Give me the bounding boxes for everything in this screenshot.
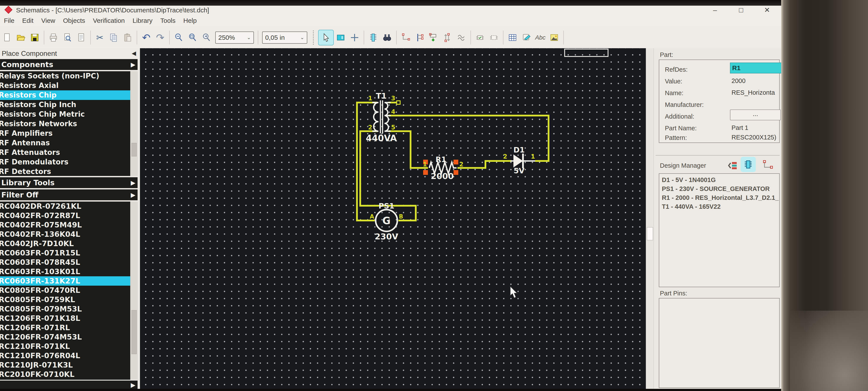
design-manager-item[interactable]: PS1 - 230V - SOURCE_GENERATOR — [662, 185, 779, 193]
collapsed-section-bar[interactable]: ▶ — [0, 381, 137, 389]
part-list-item[interactable]: RC0402JR-7D10KL — [0, 239, 130, 248]
category-list-item[interactable]: Resistors Chip Inch — [0, 100, 130, 110]
library-tools-section-bar[interactable]: Library Tools ▶ — [0, 177, 137, 188]
category-list-item[interactable]: RF Detectors — [0, 167, 130, 176]
refdes-input[interactable]: R1 — [730, 62, 781, 74]
category-list-item[interactable]: Resistors Networks — [0, 119, 130, 129]
wire-r1p2-d1p2[interactable] — [458, 161, 512, 168]
print-preview-button[interactable] — [60, 30, 74, 46]
menu-item[interactable]: Edit — [22, 14, 33, 27]
schematic-canvas[interactable]: T1 440VA 1 2 3 4 5 — [140, 48, 646, 389]
part-list-item[interactable]: RC1210FR-076R04L — [0, 351, 130, 360]
category-list-item[interactable]: Resistors Chip — [0, 90, 130, 100]
category-scrollbar[interactable] — [130, 71, 138, 176]
canvas-vertical-scrollbar-thumb[interactable] — [647, 227, 653, 240]
design-manager-item[interactable]: T1 - 440VA - 165V22 — [662, 202, 779, 211]
place-picture-button[interactable] — [547, 30, 561, 46]
component-resistor-R1[interactable]: R1 2000 1 2 — [423, 155, 463, 181]
design-manager-hide-button[interactable] — [727, 160, 739, 172]
paste-button[interactable] — [121, 30, 134, 46]
category-list-item[interactable]: RF Demodulators — [0, 157, 130, 167]
part-list-item[interactable]: RC2010FK-0710KL — [0, 370, 130, 379]
zoom-scale-select[interactable]: 250%⌄ — [215, 31, 254, 44]
value-field-value[interactable]: 2000 — [732, 77, 781, 84]
place-bus-connection-button[interactable] — [427, 30, 440, 46]
part-list-item[interactable]: RC0402FR-075M49L — [0, 220, 130, 230]
part-list-item[interactable]: RC0805FR-0759KL — [0, 295, 130, 304]
menu-item[interactable]: Verification — [93, 14, 125, 27]
filter-section-bar[interactable]: Filter Off ▶ — [0, 189, 137, 200]
view-document-button[interactable] — [74, 30, 88, 46]
component-source-PS1[interactable]: G PS1 230V A B — [370, 202, 403, 241]
place-component-button[interactable] — [334, 30, 348, 46]
collapse-panel-icon[interactable]: ◀ — [132, 50, 136, 57]
component-view-button[interactable] — [366, 30, 380, 46]
menu-item[interactable]: View — [41, 14, 55, 27]
part-scrollbar[interactable] — [130, 202, 138, 380]
grid-step-select[interactable]: 0,05 in⌄ — [262, 31, 307, 44]
design-manager-item[interactable]: R1 - 2000 - RES_Horizontal_L3.7_D2.1_ — [662, 193, 779, 202]
minimize-button[interactable]: – — [705, 6, 725, 14]
open-button[interactable] — [14, 30, 28, 46]
erc-check-button[interactable] — [473, 30, 487, 46]
place-wire-button[interactable] — [399, 30, 413, 46]
redo-button[interactable]: ↷ — [153, 30, 167, 46]
bom-table-button[interactable] — [506, 30, 520, 46]
part-list-item[interactable]: RC1206FR-071RL — [0, 323, 130, 332]
part-list-item[interactable]: RC1210JR-071K3L — [0, 360, 130, 370]
zoom-out-button[interactable] — [172, 30, 186, 46]
find-button[interactable] — [380, 30, 394, 46]
design-manager-item[interactable]: D1 - 5V - 1N4001G — [662, 175, 779, 185]
part-list-item[interactable]: RC0805FR-079M53L — [0, 304, 130, 314]
place-bus-button[interactable] — [413, 30, 427, 46]
place-text-button[interactable]: Abc — [533, 30, 547, 46]
category-list-item[interactable]: RF Antennas — [0, 138, 130, 148]
part-list-item[interactable]: RC1206FR-074M53L — [0, 332, 130, 342]
part-list-item[interactable]: RC1206FR-071K18L — [0, 314, 130, 323]
menu-item[interactable]: Library — [132, 14, 153, 27]
design-manager-nets-tab[interactable] — [762, 159, 774, 172]
menu-item[interactable]: Help — [183, 14, 197, 27]
category-list-item[interactable]: Resistors Axial — [0, 81, 130, 90]
part-name-field-value[interactable]: Part 1 — [732, 124, 781, 132]
close-button[interactable]: ✕ — [757, 6, 777, 14]
zoom-window-button[interactable] — [186, 30, 199, 46]
maximize-button[interactable]: □ — [731, 6, 751, 14]
canvas-vertical-scrollbar[interactable] — [646, 48, 654, 389]
erc-setup-button[interactable] — [487, 30, 501, 46]
components-section-bar[interactable]: Components ▶ — [0, 59, 137, 70]
component-transformer-T1[interactable]: T1 440VA 1 2 3 4 5 — [366, 91, 397, 143]
additional-button[interactable]: ... — [730, 110, 781, 120]
part-scrollbar-thumb[interactable] — [131, 310, 137, 354]
undo-button[interactable]: ↶ — [139, 30, 153, 46]
select-tool-button[interactable] — [318, 30, 334, 46]
menu-item[interactable]: File — [4, 14, 14, 27]
print-button[interactable] — [46, 30, 60, 46]
part-list-item[interactable]: RC0603FR-078R45L — [0, 258, 130, 267]
toolbar-drag-handle[interactable] — [313, 30, 315, 45]
design-manager-components-tab[interactable] — [741, 157, 756, 172]
part-list-item[interactable]: RC0603FR-103K01L — [0, 267, 130, 276]
new-button[interactable] — [0, 30, 14, 46]
part-list-item[interactable]: RC0603FR-071R15L — [0, 248, 130, 258]
part-list-item[interactable]: RC0402FR-072R87L — [0, 211, 130, 220]
pattern-field-value[interactable]: RESC200X125) — [732, 134, 781, 141]
place-net-port-button[interactable] — [440, 30, 455, 46]
name-field-value[interactable]: RES_Horizonta — [732, 89, 781, 96]
part-list-item[interactable]: RC0402FR-136K04L — [0, 230, 130, 239]
part-list-item[interactable]: RC0805FR-07470RL — [0, 286, 130, 295]
save-button[interactable] — [28, 30, 42, 46]
menu-item[interactable]: Tools — [160, 14, 176, 27]
origin-button[interactable] — [348, 30, 362, 46]
category-list-item[interactable]: Relays Sockets (non-IPC) — [0, 71, 130, 81]
category-list-item[interactable]: RF Amplifiers — [0, 129, 130, 138]
part-list-item[interactable]: RC0402DR-07261KL — [0, 202, 130, 211]
zoom-previous-button[interactable] — [199, 30, 214, 46]
cut-button[interactable]: ✂ — [93, 30, 107, 46]
category-scrollbar-thumb[interactable] — [131, 143, 137, 157]
part-list-item[interactable]: RC1210FR-071KL — [0, 342, 130, 351]
part-list-item[interactable]: RC0603FR-131K27L — [0, 276, 130, 286]
menu-item[interactable]: Objects — [63, 14, 85, 27]
copy-button[interactable] — [107, 30, 121, 46]
category-list-item[interactable]: Resistors Chip Metric — [0, 110, 130, 119]
